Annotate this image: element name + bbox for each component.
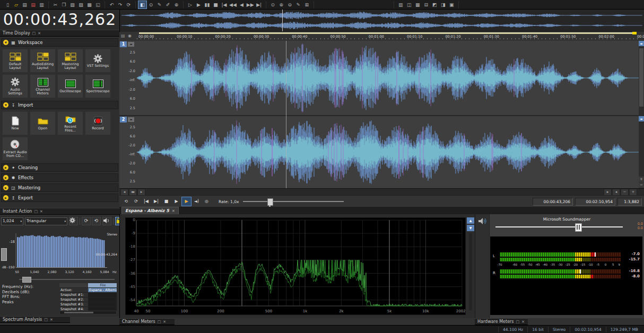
section-header-effects[interactable]: ▶✱Effects xyxy=(1,173,118,182)
paste-mix-button[interactable]: ▨ xyxy=(77,1,85,8)
zoom-selection-button[interactable]: ⊙ xyxy=(269,1,277,8)
snap-toggle-icon[interactable]: ◉ xyxy=(128,33,132,38)
table-row[interactable]: Snapshot #3: xyxy=(59,302,117,307)
copy-button[interactable]: ❐ xyxy=(60,1,68,8)
expand-arrow-icon[interactable]: ▶ xyxy=(3,175,8,180)
action-mastering-layout[interactable]: Mastering Layout xyxy=(57,49,83,73)
table-scrollbar[interactable] xyxy=(59,311,117,314)
table-row[interactable]: Snapshot #1: xyxy=(59,293,117,297)
section-header-import[interactable]: ▼↧Import xyxy=(1,101,118,109)
time-display-tab[interactable]: Time Display□✕ xyxy=(0,30,119,37)
close-panel-icon[interactable]: ✕ xyxy=(521,320,525,324)
go-to-start-button[interactable]: |◀ xyxy=(220,1,228,8)
close-panel-icon[interactable]: ✕ xyxy=(38,31,41,36)
scrub-button[interactable]: ◎ xyxy=(202,197,211,206)
zoom-in-vertical-button[interactable]: + xyxy=(639,177,644,182)
forward-button[interactable]: ▶▶ xyxy=(246,1,255,8)
freq-scroll-thumb[interactable] xyxy=(22,277,31,283)
save-as-button[interactable]: ▤ xyxy=(29,1,37,8)
go-to-start-button[interactable]: |◀ xyxy=(142,197,151,206)
paste-special-button[interactable]: ▩ xyxy=(85,1,93,8)
expand-arrow-icon[interactable]: ▼ xyxy=(3,40,8,45)
magnify-tool-button[interactable]: ⊙ xyxy=(147,1,155,8)
save-button[interactable]: ▤ xyxy=(21,1,29,8)
zoom-out-vertical-button[interactable]: − xyxy=(639,182,644,188)
action-record[interactable]: Record xyxy=(85,111,111,135)
loop-end-marker[interactable] xyxy=(632,32,637,34)
section-header-cleaning[interactable]: ▶✦Cleaning xyxy=(1,163,118,172)
marker-tool-button[interactable]: ✎ xyxy=(294,1,302,8)
output-gain-slider[interactable] xyxy=(495,226,623,227)
action-open[interactable]: Open xyxy=(30,111,56,135)
channel-1-collapse-button[interactable]: ▬ xyxy=(639,41,644,46)
region-tool-button[interactable]: ⊞ xyxy=(303,1,311,8)
speaker-icon[interactable] xyxy=(478,217,486,225)
pause-button[interactable]: ▮▮ xyxy=(203,1,211,8)
channel-number-1[interactable]: 1 xyxy=(120,41,127,47)
expand-arrow-icon[interactable]: ▶ xyxy=(3,195,8,200)
window-type-select[interactable]: Triangular▾ xyxy=(25,217,67,225)
horizontal-scrollbar[interactable]: ◂▬▸ ▸◂−+ xyxy=(119,188,644,196)
table-row[interactable]: Snapshot #2: xyxy=(59,297,117,302)
waveform-channel-1[interactable]: 1▬2.56.0-2.0-inf.-2.06.02.5 xyxy=(119,41,644,116)
undo-button[interactable]: ↶ xyxy=(108,1,116,8)
meter-down-button[interactable]: ▼ xyxy=(467,225,474,231)
action-recent-files[interactable]: Recent Files... xyxy=(57,111,83,135)
action-oscilloscope[interactable]: Oscilloscope xyxy=(57,74,83,98)
action-extract-audio-from-cd[interactable]: Extract Audio from CD... xyxy=(2,137,28,161)
channel-minimize-button[interactable]: ▬ xyxy=(128,42,134,47)
action-audio-settings[interactable]: Audio Settings xyxy=(2,74,28,98)
section-header-export[interactable]: ▶↥Export xyxy=(1,194,118,202)
paste-button[interactable]: ▧ xyxy=(68,1,76,8)
new-file-button[interactable]: ▯ xyxy=(4,1,12,8)
file-tab[interactable]: Espana - Albeniz 5 ✕ xyxy=(121,207,179,214)
close-panel-icon[interactable]: ✕ xyxy=(163,320,166,324)
oscilloscope-toggle-button[interactable]: ⊟ xyxy=(422,1,430,8)
spectrum-toggle-button[interactable]: ▦ xyxy=(414,1,422,8)
stop-button[interactable]: ■ xyxy=(162,197,171,206)
float-panel-icon[interactable]: □ xyxy=(32,31,36,36)
action-vst-settings[interactable]: VST Settings xyxy=(85,49,111,73)
spectrum-analysis-tab[interactable]: Spectrum Analysis□✕ xyxy=(0,316,70,323)
channel-meters-toggle-button[interactable]: ▥ xyxy=(397,1,405,8)
envelope-tool-button[interactable]: ⊕ xyxy=(172,1,180,8)
float-panel-icon[interactable]: □ xyxy=(44,318,48,322)
go-to-end-button[interactable]: ▶| xyxy=(255,1,263,8)
instant-action-tab[interactable]: Instant Action□✕ xyxy=(0,208,119,215)
channel-meters-tab[interactable]: Channel Meters□✕ xyxy=(119,318,175,325)
hardware-meters-toggle-button[interactable]: ◫ xyxy=(405,1,413,8)
section-header-mastering[interactable]: ▶◲Mastering xyxy=(1,183,118,192)
pencil-tool-button[interactable]: ✐ xyxy=(164,1,172,8)
zoom-out-button[interactable]: ⊖ xyxy=(286,1,294,8)
fft-size-select[interactable]: 1,024▾ xyxy=(1,217,23,225)
edit-tool-button[interactable]: ✎ xyxy=(155,1,163,8)
table-scrollbar-thumb[interactable] xyxy=(64,312,93,313)
rate-slider-thumb[interactable] xyxy=(267,198,273,206)
rate-slider[interactable] xyxy=(243,197,344,206)
channel-2-collapse-button[interactable]: ▬ xyxy=(639,116,644,121)
table-row[interactable]: Active:Espana - Albeniz xyxy=(59,288,117,293)
repeat-button[interactable]: ⟳ xyxy=(125,1,133,8)
monitor-button[interactable]: ◄) xyxy=(192,197,201,206)
float-panel-icon[interactable]: □ xyxy=(516,320,520,324)
marker-tool-icon[interactable]: ▤ xyxy=(121,33,125,38)
expand-arrow-icon[interactable]: ▶ xyxy=(3,165,8,170)
redo-button[interactable]: ↷ xyxy=(116,1,124,8)
rewind-fast-button[interactable]: ◀◀ xyxy=(229,1,237,8)
rewind-button[interactable]: ◀ xyxy=(238,1,246,8)
settings-gear-button[interactable] xyxy=(69,217,78,225)
action-new[interactable]: New xyxy=(2,111,28,135)
monitor-speaker-button[interactable] xyxy=(102,217,111,225)
section-header-workspace[interactable]: ▼▦Workspace xyxy=(1,38,118,47)
freq-scroll-track[interactable] xyxy=(19,279,115,280)
play-button[interactable]: ▶ xyxy=(195,1,203,8)
zoom-in-button[interactable]: ⊕ xyxy=(277,1,285,8)
save-all-button[interactable]: ▥ xyxy=(38,1,46,8)
action-audioediting-layout[interactable]: AudioEditing Layout xyxy=(30,49,56,73)
channel-number-2[interactable]: 2 xyxy=(120,117,127,122)
play-button[interactable]: ▶ xyxy=(172,197,181,206)
time-ruler[interactable]: ▤ ◉ 00:00:0000:00:1000:00:2000:00:3000:0… xyxy=(119,32,644,41)
play-all-button[interactable]: ▷ xyxy=(186,1,194,8)
loop-all-button[interactable]: ⟳ xyxy=(132,197,141,206)
vscroll-thumb[interactable] xyxy=(639,48,643,107)
